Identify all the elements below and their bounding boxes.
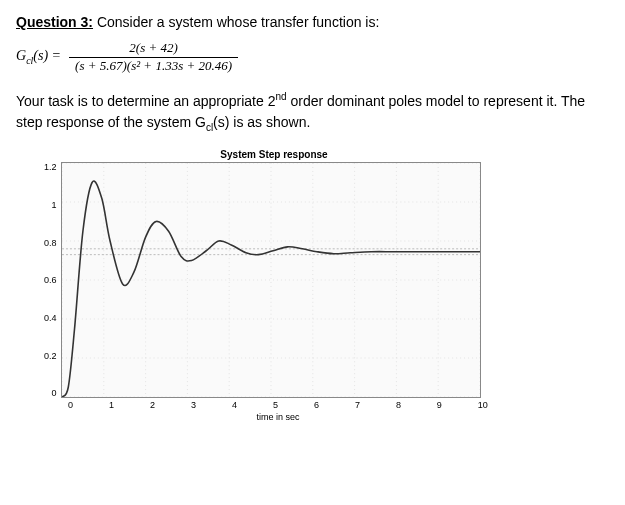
question-label: Question 3: <box>16 14 93 30</box>
task-text: Your task is to determine an appropriate… <box>16 89 609 136</box>
question-prompt: Consider a system whose transfer functio… <box>93 14 379 30</box>
formula-symbol: G <box>16 48 26 63</box>
formula-denominator: (s + 5.67)(s² + 1.33s + 20.46) <box>69 57 238 75</box>
chart-title: System Step response <box>44 149 504 160</box>
formula-arg: (s) = <box>33 48 61 63</box>
formula-numerator: 2(s + 42) <box>123 40 184 57</box>
step-response-chart: System Step response 1.2 1 0.8 0.6 0.4 0… <box>44 149 504 422</box>
y-axis-ticks: 1.2 1 0.8 0.6 0.4 0.2 0 <box>44 162 61 398</box>
x-axis-ticks: 0 1 2 3 4 5 6 7 8 9 10 <box>68 400 488 410</box>
x-axis-label: time in sec <box>68 412 488 422</box>
plot-area <box>61 162 481 398</box>
question-header: Question 3: Consider a system whose tran… <box>16 14 609 30</box>
transfer-function-formula: Gcl(s) = 2(s + 42) (s + 5.67)(s² + 1.33s… <box>16 40 609 75</box>
